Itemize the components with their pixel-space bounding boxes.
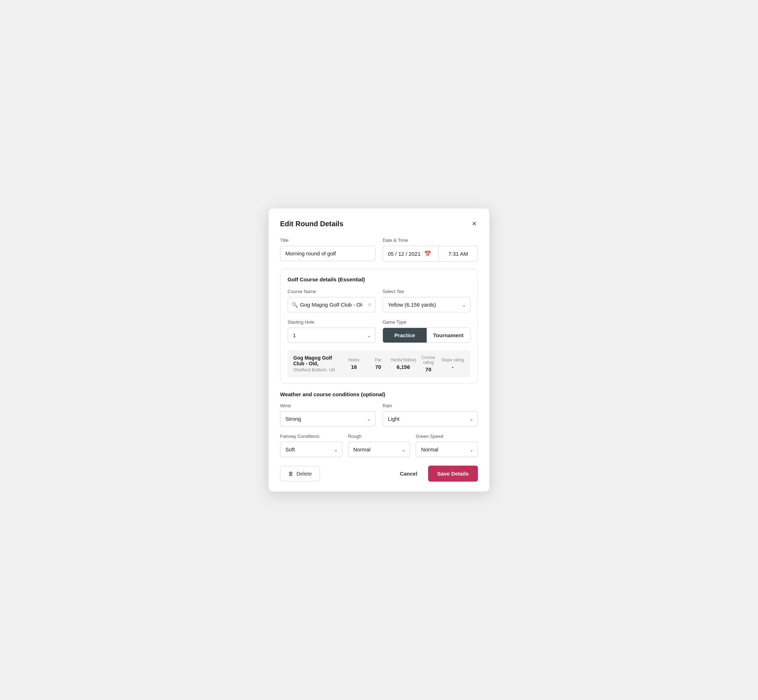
holes-label: Holes bbox=[341, 358, 366, 362]
select-tee-label: Select Tee bbox=[382, 289, 470, 294]
starting-hole-wrapper: 1234 5678 910 ⌄ bbox=[288, 328, 376, 343]
date-time-label: Date & Time bbox=[382, 238, 478, 243]
date-time-group: Date & Time 05 / 12 / 2021 📅 7:31 AM bbox=[382, 238, 478, 262]
cancel-button[interactable]: Cancel bbox=[396, 466, 421, 481]
trash-icon: 🗑 bbox=[288, 470, 294, 477]
rain-wrapper: NoneLightModerateHeavy ⌄ bbox=[382, 411, 478, 427]
fairway-group: Fairway Conditions SoftNormalHard ⌄ bbox=[280, 434, 342, 457]
wind-label: Wind bbox=[280, 403, 376, 408]
clear-course-icon[interactable]: × bbox=[368, 302, 371, 308]
select-tee-wrapper: Yellow (6,156 yards) White Red Blue ⌄ bbox=[382, 297, 470, 312]
footer-right: Cancel Save Details bbox=[396, 466, 478, 481]
yards-label: Yards(Yellow) bbox=[390, 358, 417, 362]
par-label: Par bbox=[366, 358, 390, 362]
wind-rain-row: Wind NoneLightModerateStrong ⌄ Rain None… bbox=[280, 403, 478, 427]
course-name-label: Course Name bbox=[288, 289, 376, 294]
hole-gametype-row: Starting Hole 1234 5678 910 ⌄ Game Type … bbox=[288, 319, 470, 343]
rough-group: Rough SoftNormalHard ⌄ bbox=[348, 434, 410, 457]
search-icon: 🔍 bbox=[292, 302, 298, 308]
practice-toggle[interactable]: Practice bbox=[383, 328, 427, 342]
holes-stat: Holes 18 bbox=[341, 358, 366, 370]
par-value: 70 bbox=[366, 364, 390, 370]
fairway-wrapper: SoftNormalHard ⌄ bbox=[280, 442, 342, 457]
title-date-row: Title Date & Time 05 / 12 / 2021 📅 7:31 … bbox=[280, 238, 478, 262]
golf-course-section: Golf Course details (Essential) Course N… bbox=[280, 269, 478, 383]
course-tee-row: Course Name 🔍 × Select Tee Yellow (6,156… bbox=[288, 289, 470, 312]
green-speed-wrapper: SlowNormalFast ⌄ bbox=[416, 442, 478, 457]
holes-value: 18 bbox=[341, 364, 366, 370]
green-speed-group: Green Speed SlowNormalFast ⌄ bbox=[416, 434, 478, 457]
course-name-search-wrapper: 🔍 × bbox=[288, 297, 376, 312]
weather-section: Weather and course conditions (optional)… bbox=[280, 391, 478, 457]
calendar-icon: 📅 bbox=[424, 250, 431, 257]
green-speed-label: Green Speed bbox=[416, 434, 478, 439]
course-rating-value: 70 bbox=[417, 366, 440, 372]
course-name-input[interactable] bbox=[288, 297, 376, 312]
slope-rating-label: Slope rating bbox=[440, 358, 465, 362]
save-button[interactable]: Save Details bbox=[428, 466, 478, 481]
starting-hole-label: Starting Hole bbox=[288, 319, 376, 325]
fairway-label: Fairway Conditions bbox=[280, 434, 342, 439]
game-type-group: Game Type Practice Tournament bbox=[382, 319, 470, 343]
rough-wrapper: SoftNormalHard ⌄ bbox=[348, 442, 410, 457]
slope-rating-value: - bbox=[440, 364, 465, 370]
time-field[interactable]: 7:31 AM bbox=[439, 246, 478, 262]
modal-footer: 🗑 Delete Cancel Save Details bbox=[280, 466, 478, 481]
title-label: Title bbox=[280, 238, 376, 243]
course-name-group: Course Name 🔍 × bbox=[288, 289, 376, 312]
edit-round-modal: Edit Round Details × Title Date & Time 0… bbox=[269, 208, 489, 492]
modal-header: Edit Round Details × bbox=[280, 219, 478, 229]
close-button[interactable]: × bbox=[470, 219, 478, 229]
date-value: 05 / 12 / 2021 bbox=[388, 251, 421, 257]
weather-section-title: Weather and course conditions (optional) bbox=[280, 391, 478, 397]
course-rating-label: Course rating bbox=[417, 355, 440, 365]
green-speed-dropdown[interactable]: SlowNormalFast bbox=[416, 442, 478, 457]
time-value: 7:31 AM bbox=[448, 251, 468, 257]
title-input[interactable] bbox=[280, 246, 376, 261]
game-type-toggle: Practice Tournament bbox=[382, 328, 470, 343]
modal-title: Edit Round Details bbox=[280, 220, 343, 228]
course-info-name: Gog Magog Golf Club - Old, bbox=[293, 355, 341, 366]
rain-dropdown[interactable]: NoneLightModerateHeavy bbox=[382, 411, 478, 427]
game-type-label: Game Type bbox=[382, 319, 470, 325]
starting-hole-group: Starting Hole 1234 5678 910 ⌄ bbox=[288, 319, 376, 343]
slope-rating-stat: Slope rating - bbox=[440, 358, 465, 370]
tournament-toggle[interactable]: Tournament bbox=[427, 328, 470, 342]
select-tee-dropdown[interactable]: Yellow (6,156 yards) White Red Blue bbox=[382, 297, 470, 312]
wind-wrapper: NoneLightModerateStrong ⌄ bbox=[280, 411, 376, 427]
fairway-dropdown[interactable]: SoftNormalHard bbox=[280, 442, 342, 457]
par-stat: Par 70 bbox=[366, 358, 390, 370]
starting-hole-dropdown[interactable]: 1234 5678 910 bbox=[288, 328, 376, 343]
wind-dropdown[interactable]: NoneLightModerateStrong bbox=[280, 411, 376, 427]
rain-group: Rain NoneLightModerateHeavy ⌄ bbox=[382, 403, 478, 427]
course-info-location: Shelford Bottom, UK bbox=[293, 367, 341, 372]
date-field[interactable]: 05 / 12 / 2021 📅 bbox=[382, 246, 439, 262]
yards-stat: Yards(Yellow) 6,156 bbox=[390, 358, 417, 370]
golf-section-title: Golf Course details (Essential) bbox=[288, 277, 470, 283]
rough-label: Rough bbox=[348, 434, 410, 439]
course-info-box: Gog Magog Golf Club - Old, Shelford Bott… bbox=[288, 350, 470, 377]
course-info-name-group: Gog Magog Golf Club - Old, Shelford Bott… bbox=[293, 355, 341, 372]
yards-value: 6,156 bbox=[390, 364, 417, 370]
select-tee-group: Select Tee Yellow (6,156 yards) White Re… bbox=[382, 289, 470, 312]
conditions-row: Fairway Conditions SoftNormalHard ⌄ Roug… bbox=[280, 434, 478, 457]
wind-group: Wind NoneLightModerateStrong ⌄ bbox=[280, 403, 376, 427]
rain-label: Rain bbox=[382, 403, 478, 408]
date-time-fields: 05 / 12 / 2021 📅 7:31 AM bbox=[382, 246, 478, 262]
title-group: Title bbox=[280, 238, 376, 261]
delete-button[interactable]: 🗑 Delete bbox=[280, 466, 320, 481]
course-rating-stat: Course rating 70 bbox=[417, 355, 440, 372]
rough-dropdown[interactable]: SoftNormalHard bbox=[348, 442, 410, 457]
delete-label: Delete bbox=[296, 470, 312, 477]
